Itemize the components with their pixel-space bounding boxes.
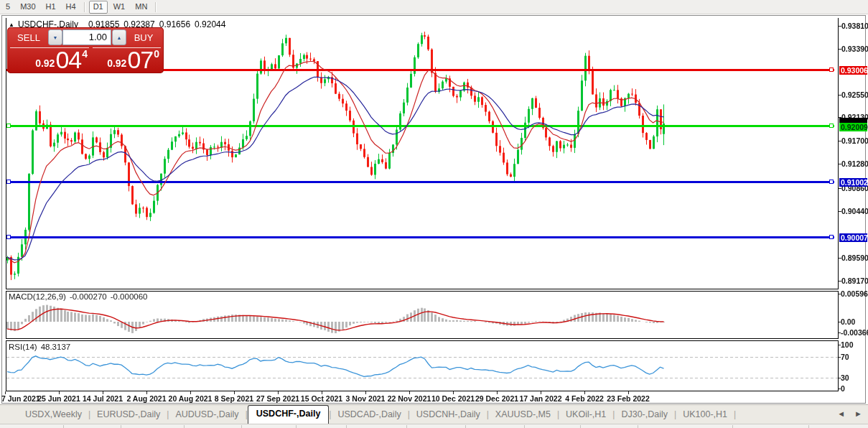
buy-price-pip: 0: [154, 48, 159, 60]
status-separator: [638, 425, 638, 428]
price-tick-label: 0.92550: [841, 90, 868, 99]
tab-usdchf-daily[interactable]: USDCHF-,Daily: [248, 405, 330, 424]
level-price-label: 0.90007: [839, 233, 867, 242]
level-price-label: 0.91002: [839, 178, 867, 187]
price-tick-label: 0.93390: [841, 45, 868, 53]
timeframe-5[interactable]: 5: [1, 1, 14, 14]
sell-price-pip: 4: [82, 48, 88, 60]
date-tick-label: 23 Feb 2022: [607, 394, 650, 403]
status-separator: [121, 425, 121, 428]
chart-tab-bar: USDX,Weekly|EURUSD-,Daily|AUDUSD-,Daily|…: [0, 404, 868, 424]
tab-usdx-weekly[interactable]: USDX,Weekly: [19, 406, 88, 424]
trading-terminal-screen: 5M30H1H4D1W1MN ▲USDCHF-,Daily0.918550.92…: [0, 0, 868, 428]
chevron-down-icon: ▼: [53, 35, 58, 40]
tab-ukoil-h1[interactable]: UKOil-,H1: [559, 406, 612, 424]
ohlc-low: 0.91656: [159, 19, 190, 29]
tab-audusd-daily[interactable]: AUDUSD-,Daily: [169, 406, 245, 424]
macd-name: MACD(12,26,9): [9, 292, 66, 301]
date-tick-label: 29 Dec 2021: [475, 394, 518, 403]
ohlc-close: 0.92044: [195, 19, 225, 29]
tab-xauusd-m5[interactable]: XAUUSD-,M5: [489, 406, 557, 424]
price-tick-label: 0.90440: [841, 207, 868, 215]
price-tick-label: 0.89170: [841, 276, 868, 285]
status-separator: [346, 425, 347, 428]
date-tick-label: 8 Sep 2021: [215, 394, 253, 403]
status-separator: [465, 425, 466, 428]
macd-axis-label: -0.003664: [841, 328, 868, 337]
tab-usdcad-daily[interactable]: USDCAD-,Daily: [331, 406, 407, 424]
tab-dj30-daily[interactable]: DJ30-,Daily: [615, 406, 674, 424]
volume-decrease-button[interactable]: ▼: [48, 29, 62, 45]
status-separator: [241, 425, 242, 428]
tab-separator: |: [734, 409, 736, 424]
status-separator: [808, 425, 809, 428]
status-separator: [524, 425, 525, 428]
date-tick-label: 25 Jun 2021: [37, 394, 80, 403]
price-tick-label: 0.93810: [841, 22, 868, 30]
macd-signal-value: -0.000060: [111, 292, 148, 301]
tabs-scroll-right-icon[interactable]: ►: [854, 409, 862, 418]
date-tick-label: 20 Aug 2021: [169, 394, 213, 403]
status-separator: [580, 425, 581, 428]
sell-button[interactable]: SELL: [10, 29, 47, 46]
timeframe-h4[interactable]: H4: [62, 1, 80, 14]
timeframe-mn[interactable]: MN: [131, 1, 151, 14]
timeframe-m30[interactable]: M30: [16, 1, 39, 14]
status-separator: [184, 425, 185, 428]
rsi-axis-label: 70: [841, 353, 849, 361]
date-tick-label: 14 Jul 2021: [83, 394, 123, 403]
date-tick-label: 7 Jun 2021: [1, 394, 40, 403]
timeframe-h1[interactable]: H1: [42, 1, 60, 14]
date-tick-label: 10 Dec 2021: [431, 394, 475, 403]
date-tick-label: 2 Aug 2021: [126, 394, 166, 403]
sell-price-prefix: 0.92: [35, 57, 55, 69]
buy-price[interactable]: 0.92070: [93, 48, 159, 72]
status-separator: [406, 425, 407, 428]
sell-price[interactable]: 0.92044: [10, 48, 88, 72]
timeframe-toolbar: 5M30H1H4D1W1MN: [0, 0, 868, 14]
date-tick-label: 22 Nov 2021: [388, 394, 431, 403]
tab-eurusd-daily[interactable]: EURUSD-,Daily: [90, 406, 167, 424]
timeframe-w1[interactable]: W1: [109, 1, 130, 14]
date-tick-label: 15 Oct 2021: [301, 394, 342, 403]
tab-uk100-h1[interactable]: UK100-,H1: [676, 406, 734, 424]
rsi-axis-label: 100: [841, 340, 854, 349]
date-tick-label: 3 Nov 2021: [346, 394, 386, 403]
sell-price-main: 04: [55, 48, 81, 72]
buy-price-main: 07: [127, 48, 153, 72]
status-separator: [732, 425, 733, 428]
buy-button[interactable]: BUY: [126, 29, 161, 46]
tab-scroll-controls: ◄ ►: [830, 409, 862, 418]
volume-input[interactable]: 1.00: [62, 29, 111, 45]
toolbar-separator: [84, 2, 85, 12]
macd-axis-label: 0.00: [841, 317, 855, 326]
macd-value: -0.000270: [70, 292, 107, 301]
rsi-indicator-label: RSI(14)48.3137: [9, 343, 74, 351]
level-price-label: 0.93006: [839, 66, 867, 75]
date-tick-label: 17 Jan 2022: [520, 394, 562, 403]
status-separator: [296, 425, 297, 428]
volume-increase-button[interactable]: ▲: [112, 29, 126, 45]
rsi-value: 48.3137: [41, 343, 71, 351]
timeframe-d1[interactable]: D1: [89, 1, 108, 14]
rsi-axis-label: 30: [841, 373, 849, 382]
price-tick-label: 0.89590: [841, 253, 868, 262]
buy-price-prefix: 0.92: [107, 57, 126, 69]
macd-axis-label: 0.005963: [841, 289, 868, 298]
status-separator: [63, 425, 64, 428]
chevron-up-icon: ▲: [117, 35, 122, 40]
date-tick-label: 27 Sep 2021: [256, 394, 299, 403]
rsi-name: RSI(14): [9, 343, 37, 351]
date-tick-label: 4 Feb 2022: [565, 394, 604, 403]
price-tick-label: 0.91700: [841, 136, 868, 145]
tab-usdcnh-daily[interactable]: USDCNH-,Daily: [410, 406, 487, 424]
toolbar-separator: [155, 2, 157, 12]
one-click-trade-panel: SELL ▼ 1.00 ▲ BUY 0.92044 0.92070: [7, 27, 164, 73]
tabs-scroll-left-icon[interactable]: ◄: [837, 409, 845, 418]
price-tick-label: 0.91280: [841, 159, 868, 168]
rsi-axis-label: 0: [841, 384, 845, 393]
level-price-label: 0.92009: [839, 123, 867, 131]
macd-indicator-label: MACD(12,26,9)-0.000270-0.000060: [9, 292, 151, 301]
status-strip: [0, 424, 868, 428]
